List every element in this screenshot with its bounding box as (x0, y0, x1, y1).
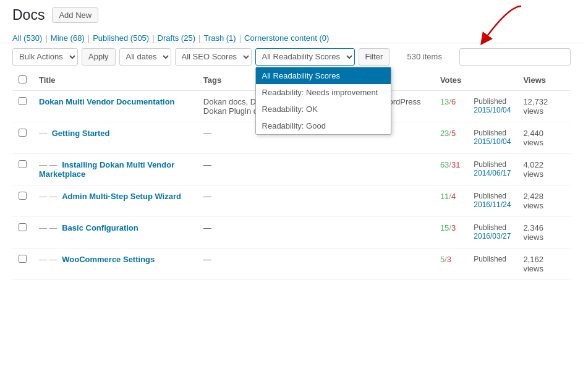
table-row: — — Basic Configuration—15/3Published201… (12, 216, 571, 248)
sub-nav-item-5[interactable]: Cornerstone content (0) (244, 33, 329, 43)
search-input[interactable] (459, 48, 571, 66)
doc-status: Published2016/11/24 (467, 185, 517, 216)
indent-marker: — — (39, 223, 59, 232)
doc-status: Published2016/03/27 (467, 216, 517, 248)
col-title: Title (33, 70, 197, 91)
seo-scores-select[interactable]: All SEO Scores (175, 48, 252, 66)
sub-nav-item-0[interactable]: All (530) (12, 33, 42, 43)
indent-marker: — — (39, 192, 59, 201)
dates-select[interactable]: All dates (119, 48, 171, 66)
sub-nav-item-2[interactable]: Published (505) (93, 33, 149, 43)
doc-title-link[interactable]: Basic Configuration (62, 223, 138, 232)
votes-negative: 5 (451, 129, 456, 138)
doc-title-link[interactable]: WooCommerce Settings (62, 255, 155, 264)
doc-votes: 11/4 (434, 185, 467, 216)
doc-date: 2014/06/17 (474, 169, 511, 177)
doc-date: 2015/10/04 (474, 137, 511, 146)
votes-negative: 3 (451, 223, 456, 232)
row-checkbox-2[interactable] (19, 160, 27, 168)
sub-nav-sep: | (152, 33, 154, 43)
votes-negative: 4 (451, 192, 456, 201)
doc-status: Published2015/10/04 (467, 122, 517, 153)
doc-title-link[interactable]: Dokan Multi Vendor Documentation (39, 97, 175, 106)
votes-positive: 23 (440, 129, 449, 138)
doc-status: Published2015/10/04 (467, 90, 517, 122)
sub-nav-sep: | (239, 33, 241, 43)
indent-marker: — — (39, 160, 59, 169)
sub-nav-sep: | (45, 33, 47, 43)
row-checkbox-5[interactable] (19, 255, 27, 263)
readability-select[interactable]: All Readability Scores (255, 48, 355, 66)
readability-option-3[interactable]: Readability: Good (256, 117, 391, 134)
doc-status: Published (467, 248, 517, 279)
doc-date: 2016/03/27 (474, 232, 511, 241)
sub-nav-item-4[interactable]: Trash (1) (203, 33, 236, 43)
table-row: — — Admin Multi-Step Setup Wizard—11/4Pu… (12, 185, 571, 216)
doc-date: 2015/10/04 (474, 106, 511, 114)
doc-title-link[interactable]: Admin Multi-Step Setup Wizard (62, 192, 181, 201)
col-status (467, 70, 517, 91)
doc-votes: 13/6 (434, 90, 467, 122)
sub-nav-item-3[interactable]: Drafts (25) (158, 33, 195, 43)
readability-dropdown-container: All Readability Scores All Readability S… (255, 48, 355, 66)
readability-option-1[interactable]: Readability: Needs improvement (256, 84, 391, 101)
doc-tags: — (197, 153, 434, 185)
toolbar: Bulk Actions Apply All dates All SEO Sco… (0, 43, 583, 70)
votes-positive: 63 (440, 160, 449, 169)
doc-views: 2,162 views (517, 248, 571, 279)
doc-tags: — (197, 216, 434, 248)
table-row: — — Installing Dokan Multi Vendor Market… (12, 153, 571, 185)
doc-votes: 63/31 (434, 153, 467, 185)
sub-nav-sep: | (88, 33, 90, 43)
apply-button[interactable]: Apply (82, 48, 116, 66)
filter-button[interactable]: Filter (359, 48, 390, 66)
sub-nav: All (530) | Mine (68) | Published (505) … (12, 30, 571, 43)
doc-title-link[interactable]: Getting Started (52, 129, 110, 138)
sub-nav-sep: | (198, 33, 200, 43)
doc-votes: 23/5 (434, 122, 467, 153)
add-new-button[interactable]: Add New (52, 7, 98, 23)
doc-tags: — (197, 248, 434, 279)
row-checkbox-1[interactable] (19, 129, 27, 137)
readability-dropdown-menu: All Readability ScoresReadability: Needs… (255, 67, 391, 135)
doc-votes: 5/3 (434, 248, 467, 279)
doc-views: 4,022 views (517, 153, 571, 185)
items-count: 530 items (407, 52, 442, 61)
doc-status: Published2014/06/17 (467, 153, 517, 185)
col-votes: Votes (434, 70, 467, 91)
doc-views: 2,440 views (517, 122, 571, 153)
votes-negative: 31 (451, 160, 460, 169)
bulk-actions-select[interactable]: Bulk Actions (12, 48, 78, 66)
votes-positive: 15 (440, 223, 449, 232)
doc-views: 2,346 views (517, 216, 571, 248)
indent-marker: — — (39, 255, 59, 264)
row-checkbox-3[interactable] (19, 192, 27, 200)
votes-negative: 3 (447, 255, 451, 264)
row-checkbox-4[interactable] (19, 223, 27, 231)
sub-nav-item-1[interactable]: Mine (68) (51, 33, 85, 43)
table-row: — — WooCommerce Settings—5/3Published2,1… (12, 248, 571, 279)
doc-tags: — (197, 185, 434, 216)
doc-date: 2016/11/24 (474, 200, 511, 209)
readability-option-0[interactable]: All Readability Scores (256, 67, 391, 84)
row-checkbox-0[interactable] (19, 97, 27, 105)
votes-negative: 6 (451, 97, 456, 106)
doc-views: 12,732 views (517, 90, 571, 122)
doc-views: 2,428 views (517, 185, 571, 216)
select-all-checkbox[interactable] (19, 75, 27, 83)
votes-positive: 13 (440, 97, 449, 106)
votes-positive: 11 (440, 192, 449, 201)
col-views: Views (517, 70, 571, 91)
page-title: Docs (12, 6, 45, 25)
indent-marker: — (39, 129, 49, 138)
readability-option-2[interactable]: Readability: OK (256, 101, 391, 117)
doc-votes: 15/3 (434, 216, 467, 248)
